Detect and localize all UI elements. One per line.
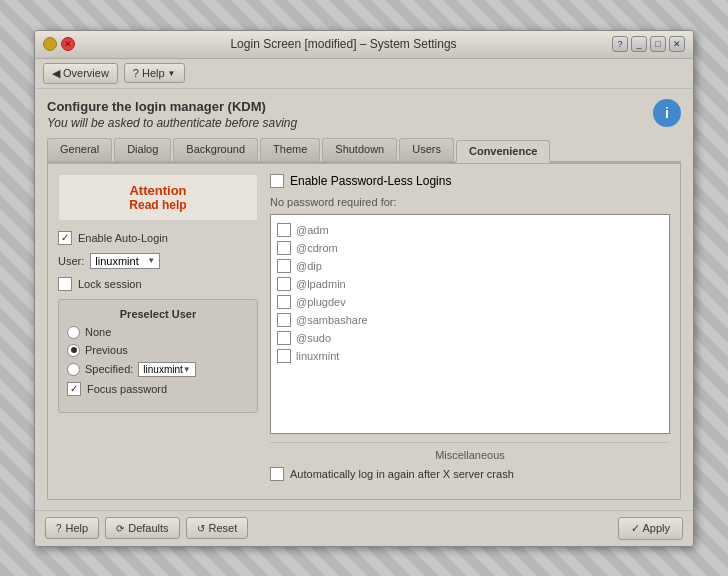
user-linuxmint-label: linuxmint bbox=[296, 350, 339, 362]
previous-radio-row: Previous bbox=[67, 344, 249, 357]
user-dip-label: @dip bbox=[296, 260, 322, 272]
passwordless-row: Enable Password-Less Logins bbox=[270, 174, 670, 188]
user-label: User: bbox=[58, 255, 84, 267]
previous-radio[interactable] bbox=[67, 344, 80, 357]
user-sambashare-label: @sambashare bbox=[296, 314, 368, 326]
list-item: @cdrom bbox=[277, 239, 663, 257]
defaults-icon: ⟳ bbox=[116, 523, 124, 534]
auto-login-row: Enable Auto-Login bbox=[58, 231, 258, 245]
apply-button[interactable]: ✓ Apply bbox=[618, 517, 683, 540]
tab-users[interactable]: Users bbox=[399, 138, 454, 161]
content-area: Configure the login manager (KDM) You wi… bbox=[35, 89, 693, 510]
focus-password-label: Focus password bbox=[87, 383, 167, 395]
specified-radio[interactable] bbox=[67, 363, 80, 376]
specified-radio-row: Specified: linuxmint ▼ bbox=[67, 362, 249, 377]
user-adm-label: @adm bbox=[296, 224, 329, 236]
user-row: User: linuxmint ▼ bbox=[58, 253, 258, 269]
toolbar: ◀ Overview ? Help ▼ bbox=[35, 59, 693, 89]
help-label: Help bbox=[66, 522, 89, 534]
close-button[interactable]: ✕ bbox=[61, 37, 75, 51]
main-window: ✕ Login Screen [modified] – System Setti… bbox=[34, 30, 694, 547]
user-lpadmin-checkbox[interactable] bbox=[277, 277, 291, 291]
help-circle-icon: ? bbox=[133, 67, 139, 79]
minimize-button[interactable]: _ bbox=[631, 36, 647, 52]
defaults-label: Defaults bbox=[128, 522, 168, 534]
user-select[interactable]: linuxmint ▼ bbox=[90, 253, 160, 269]
desktop: ✕ Login Screen [modified] – System Setti… bbox=[0, 0, 728, 576]
tab-convenience[interactable]: Convenience bbox=[456, 140, 550, 163]
specified-select[interactable]: linuxmint ▼ bbox=[138, 362, 195, 377]
help-button-bottom[interactable]: ? Help bbox=[45, 517, 99, 539]
titlebar: ✕ Login Screen [modified] – System Setti… bbox=[35, 31, 693, 59]
attention-title: Attention bbox=[67, 183, 249, 198]
list-item: @lpadmin bbox=[277, 275, 663, 293]
info-icon: i bbox=[653, 99, 681, 127]
lock-session-label: Lock session bbox=[78, 278, 142, 290]
select-arrow-icon: ▼ bbox=[147, 256, 155, 265]
user-list[interactable]: @adm @cdrom @dip @lpadmin bbox=[270, 214, 670, 434]
user-dip-checkbox[interactable] bbox=[277, 259, 291, 273]
apply-label: Apply bbox=[642, 522, 670, 534]
apply-icon: ✓ bbox=[631, 522, 640, 534]
tab-shutdown[interactable]: Shutdown bbox=[322, 138, 397, 161]
lock-session-checkbox[interactable] bbox=[58, 277, 72, 291]
list-item: linuxmint bbox=[277, 347, 663, 365]
none-label: None bbox=[85, 326, 111, 338]
tab-general[interactable]: General bbox=[47, 138, 112, 161]
focus-password-row: Focus password bbox=[67, 382, 249, 396]
no-password-label: No password required for: bbox=[270, 196, 670, 208]
preselect-title: Preselect User bbox=[67, 308, 249, 320]
passwordless-checkbox[interactable] bbox=[270, 174, 284, 188]
right-panel: Enable Password-Less Logins No password … bbox=[270, 174, 670, 489]
left-panel: Attention Read help Enable Auto-Login Us… bbox=[58, 174, 258, 489]
titlebar-controls: ? _ □ ✕ bbox=[612, 36, 685, 52]
user-sambashare-checkbox[interactable] bbox=[277, 313, 291, 327]
tab-background[interactable]: Background bbox=[173, 138, 258, 161]
help-label: Help bbox=[142, 67, 165, 79]
user-plugdev-label: @plugdev bbox=[296, 296, 346, 308]
auto-login-checkbox[interactable] bbox=[58, 231, 72, 245]
user-sudo-checkbox[interactable] bbox=[277, 331, 291, 345]
list-item: @plugdev bbox=[277, 293, 663, 311]
tab-dialog[interactable]: Dialog bbox=[114, 138, 171, 161]
attention-box: Attention Read help bbox=[58, 174, 258, 221]
auto-relogin-label: Automatically log in again after X serve… bbox=[290, 468, 514, 480]
tab-theme[interactable]: Theme bbox=[260, 138, 320, 161]
help-button[interactable]: ? Help ▼ bbox=[124, 63, 185, 83]
none-radio-row: None bbox=[67, 326, 249, 339]
titlebar-icon bbox=[43, 37, 57, 51]
attention-subtitle: Read help bbox=[67, 198, 249, 212]
defaults-button[interactable]: ⟳ Defaults bbox=[105, 517, 179, 539]
specified-label: Specified: bbox=[85, 363, 133, 375]
header-text-block: Configure the login manager (KDM) You wi… bbox=[47, 99, 297, 138]
previous-label: Previous bbox=[85, 344, 128, 356]
titlebar-left: ✕ bbox=[43, 37, 75, 51]
none-radio[interactable] bbox=[67, 326, 80, 339]
user-linuxmint-checkbox[interactable] bbox=[277, 349, 291, 363]
auto-relogin-row: Automatically log in again after X serve… bbox=[270, 467, 670, 481]
list-item: @dip bbox=[277, 257, 663, 275]
user-cdrom-label: @cdrom bbox=[296, 242, 338, 254]
focus-password-checkbox[interactable] bbox=[67, 382, 81, 396]
header-title: Configure the login manager (KDM) bbox=[47, 99, 297, 114]
preselect-group: Preselect User None Previous Specified: bbox=[58, 299, 258, 413]
user-adm-checkbox[interactable] bbox=[277, 223, 291, 237]
bottom-left: ? Help ⟳ Defaults ↺ Reset bbox=[45, 517, 248, 539]
help-icon[interactable]: ? bbox=[612, 36, 628, 52]
back-icon: ◀ bbox=[52, 67, 60, 80]
header-subtitle: You will be asked to authenticate before… bbox=[47, 116, 297, 130]
user-cdrom-checkbox[interactable] bbox=[277, 241, 291, 255]
auto-login-label: Enable Auto-Login bbox=[78, 232, 168, 244]
overview-button[interactable]: ◀ Overview bbox=[43, 63, 118, 84]
auto-relogin-checkbox[interactable] bbox=[270, 467, 284, 481]
header: Configure the login manager (KDM) You wi… bbox=[47, 99, 681, 138]
lock-session-row: Lock session bbox=[58, 277, 258, 291]
user-plugdev-checkbox[interactable] bbox=[277, 295, 291, 309]
tabs: General Dialog Background Theme Shutdown… bbox=[47, 138, 681, 163]
maximize-button[interactable]: □ bbox=[650, 36, 666, 52]
overview-label: Overview bbox=[63, 67, 109, 79]
reset-button[interactable]: ↺ Reset bbox=[186, 517, 249, 539]
close-button-right[interactable]: ✕ bbox=[669, 36, 685, 52]
list-item: @adm bbox=[277, 221, 663, 239]
misc-title: Miscellaneous bbox=[270, 449, 670, 461]
